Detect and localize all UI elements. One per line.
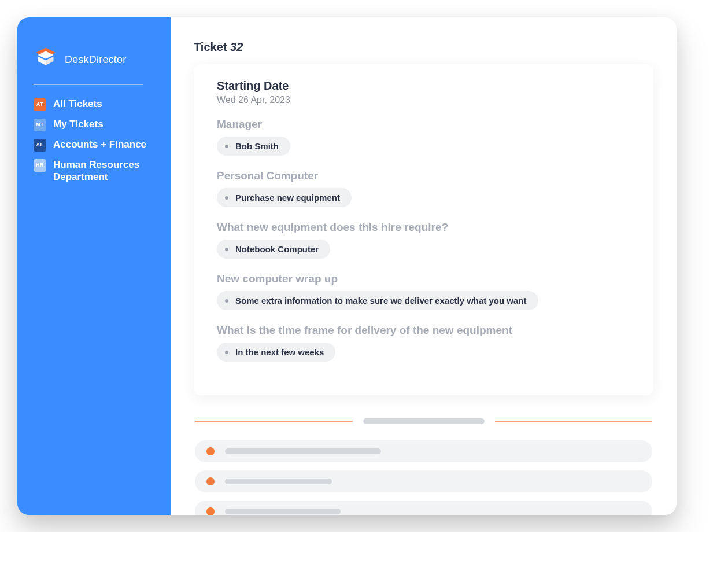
field-value-pill: In the next few weeks (217, 343, 335, 362)
placeholder-title-bar (363, 418, 485, 424)
placeholder-row (195, 501, 652, 515)
sidebar-badge: HR (34, 159, 46, 172)
ticket-number: 32 (230, 41, 243, 53)
app-window: DeskDirector ATAll TicketsMTMy TicketsAF… (17, 17, 677, 515)
placeholder-rule-right (495, 421, 653, 422)
placeholder-dot-icon (206, 447, 215, 455)
ticket-fields: ManagerBob SmithPersonal ComputerPurchas… (217, 118, 630, 376)
bullet-icon (225, 145, 228, 148)
main-content: Ticket 32 Starting Date Wed 26 Apr, 2023… (171, 17, 677, 515)
placeholder-rows (195, 440, 652, 515)
field-label: What is the time frame for delivery of t… (217, 324, 630, 337)
placeholder-section (194, 418, 653, 515)
field-label: Manager (217, 118, 630, 131)
page-title: Ticket 32 (194, 41, 653, 54)
brand-logo-icon (34, 46, 58, 73)
sidebar-item-label: Human Resources Department (53, 159, 154, 183)
placeholder-bar (225, 509, 341, 514)
field-value-pill: Bob Smith (217, 137, 290, 156)
placeholder-row (195, 470, 652, 492)
field-label: What new equipment does this hire requir… (217, 221, 630, 234)
field-label: Personal Computer (217, 170, 630, 182)
bullet-icon (225, 248, 228, 251)
placeholder-bar (225, 479, 332, 484)
field-value: Some extra information to make sure we d… (235, 296, 527, 306)
sidebar-badge: AT (34, 98, 46, 111)
ticket-title-prefix: Ticket (194, 41, 227, 53)
bullet-icon (225, 351, 228, 354)
sidebar-item-mt[interactable]: MTMy Tickets (34, 118, 154, 131)
field-value-pill: Notebook Computer (217, 240, 330, 259)
sidebar-item-label: My Tickets (53, 118, 104, 130)
sidebar-badge: MT (34, 119, 46, 131)
placeholder-dot-icon (206, 477, 215, 485)
field-label: New computer wrap up (217, 273, 630, 285)
field-value: In the next few weeks (235, 347, 324, 357)
sidebar-item-label: All Tickets (53, 98, 102, 110)
sidebar-item-at[interactable]: ATAll Tickets (34, 98, 154, 111)
sidebar-nav: ATAll TicketsMTMy TicketsAFAccounts + Fi… (34, 98, 154, 183)
card-heading: Starting Date (217, 79, 630, 93)
card-date: Wed 26 Apr, 2023 (217, 95, 630, 105)
sidebar-divider (34, 84, 143, 85)
bullet-icon (225, 196, 228, 200)
sidebar-item-af[interactable]: AFAccounts + Finance (34, 138, 154, 152)
field-value-pill: Purchase new equipment (217, 188, 352, 207)
placeholder-row (195, 440, 652, 462)
ticket-card: Starting Date Wed 26 Apr, 2023 ManagerBo… (194, 64, 653, 395)
placeholder-bar (225, 448, 381, 454)
placeholder-header (195, 418, 652, 424)
placeholder-dot-icon (206, 507, 215, 515)
field-value-pill: Some extra information to make sure we d… (217, 291, 538, 310)
sidebar-badge: AF (34, 139, 46, 152)
brand: DeskDirector (34, 46, 154, 73)
field-value: Notebook Computer (235, 244, 319, 254)
sidebar: DeskDirector ATAll TicketsMTMy TicketsAF… (17, 17, 171, 515)
brand-name: DeskDirector (65, 54, 126, 66)
field-value: Bob Smith (235, 141, 279, 151)
field-value: Purchase new equipment (235, 193, 340, 203)
sidebar-item-label: Accounts + Finance (53, 138, 146, 150)
bullet-icon (225, 299, 228, 303)
placeholder-rule-left (195, 421, 353, 422)
sidebar-item-hr[interactable]: HRHuman Resources Department (34, 159, 154, 183)
